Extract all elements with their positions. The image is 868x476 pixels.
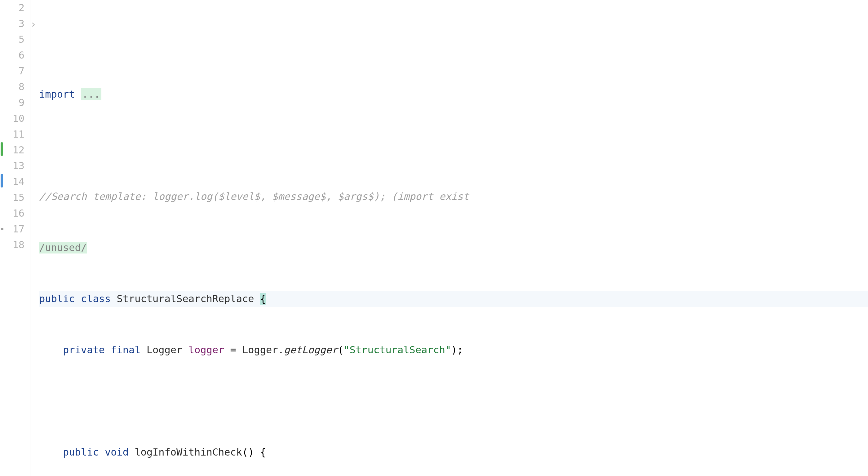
method-name: logInfoWithinCheck xyxy=(134,446,242,458)
code-editor[interactable]: 2 3 5 6 7 8 9 10 11 12 13 14 15 16 17 18… xyxy=(0,0,868,476)
keyword-class: class xyxy=(81,293,111,305)
code-line[interactable] xyxy=(39,393,868,409)
line-number[interactable]: 13 xyxy=(4,158,25,174)
class-name: StructuralSearchReplace xyxy=(117,293,254,305)
field-name: logger xyxy=(188,344,224,356)
line-number[interactable]: 12 xyxy=(4,142,25,158)
line-number[interactable]: 10 xyxy=(4,110,25,126)
text: . xyxy=(278,344,284,356)
line-number[interactable]: 6 xyxy=(4,47,25,63)
code-line[interactable]: public void logInfoWithinCheck() { xyxy=(39,444,868,460)
code-line[interactable] xyxy=(39,137,868,153)
change-bar xyxy=(0,0,4,476)
vcs-marker-modified[interactable] xyxy=(1,174,3,188)
text: ( xyxy=(338,344,343,356)
line-number-gutter[interactable]: 2 3 5 6 7 8 9 10 11 12 13 14 15 16 17 18 xyxy=(4,0,30,476)
line-number[interactable]: 18 xyxy=(4,237,25,253)
chevron-right-icon: › xyxy=(30,17,36,32)
line-number[interactable]: 3 xyxy=(4,16,25,32)
line-number[interactable]: 17 xyxy=(4,221,25,237)
text: ); xyxy=(451,344,463,356)
folded-region[interactable]: ... xyxy=(81,88,101,100)
code-line[interactable]: /unused/ xyxy=(39,240,868,256)
type-name: Logger xyxy=(242,344,278,356)
code-line[interactable]: import ... xyxy=(39,87,868,102)
keyword-import: import xyxy=(39,88,75,100)
keyword-void: void xyxy=(105,446,129,458)
line-number[interactable]: 16 xyxy=(4,205,25,221)
code-area[interactable]: import ... //Search template: logger.log… xyxy=(39,0,868,476)
highlight-unused: /unused/ xyxy=(39,242,87,253)
code-line[interactable]: //Search template: logger.log($level$, $… xyxy=(39,189,868,204)
line-number[interactable]: 5 xyxy=(4,32,25,47)
keyword-public: public xyxy=(63,446,99,458)
code-line[interactable]: private final Logger logger = Logger.get… xyxy=(39,342,868,358)
vcs-marker-dot xyxy=(1,228,3,230)
code-line[interactable] xyxy=(39,35,868,51)
text: = xyxy=(224,344,242,356)
line-number[interactable]: 14 xyxy=(4,174,25,190)
static-method: getLogger xyxy=(284,344,338,356)
code-line-current[interactable]: public class StructuralSearchReplace { xyxy=(39,291,868,307)
line-number[interactable]: 8 xyxy=(4,79,25,95)
keyword-final: final xyxy=(111,344,141,356)
line-number[interactable]: 11 xyxy=(4,126,25,142)
fold-toggle[interactable]: › xyxy=(30,16,39,32)
comment: //Search template: logger.log($level$, $… xyxy=(39,191,469,202)
line-number[interactable]: 7 xyxy=(4,63,25,79)
string-literal: "StructuralSearch" xyxy=(344,344,452,356)
fold-column: › xyxy=(30,0,39,476)
brace-match: { xyxy=(260,293,266,305)
vcs-marker-added[interactable] xyxy=(1,142,3,156)
type-name: Logger xyxy=(147,344,183,356)
line-number[interactable]: 15 xyxy=(4,190,25,205)
text: () { xyxy=(242,446,266,458)
keyword-public: public xyxy=(39,293,75,305)
line-number[interactable]: 9 xyxy=(4,95,25,110)
line-number[interactable]: 2 xyxy=(4,0,25,16)
keyword-private: private xyxy=(63,344,105,356)
